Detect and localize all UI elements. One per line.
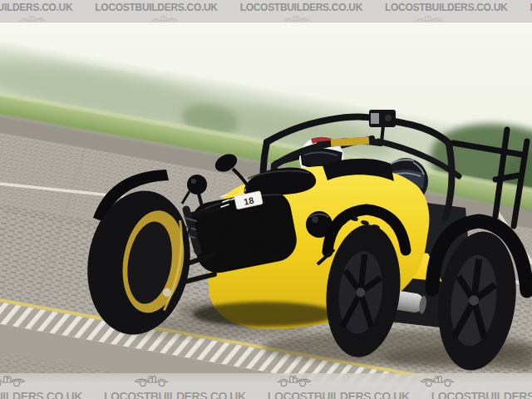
watermark-text: LOCOSTBUILDERS.CO.UK [240,2,362,12]
locost-car-icon [0,374,27,391]
photo-page: 18 [0,0,532,399]
watermark-icon-row [18,14,532,22]
watermark-banner-bottom: LOCOSTBUILDERS.CO.UK LOCOSTBUILDERS.CO.U… [0,373,532,399]
watermark-text: LOCOSTBUILDERS.CO.UK [385,2,507,12]
under-nose-shade [193,302,336,327]
watermark-text: LOCOSTBUILDERS.CO.UK [95,2,217,12]
watermark-text: LOCOSTBUILDERS.CO.UK [0,2,72,12]
watermark-text-row: LOCOSTBUILDERS.CO.UK LOCOSTBUILDERS.CO.U… [0,2,532,12]
watermark-text: LOCOSTBUILDERS.CO.UK [104,391,246,399]
watermark-text: LOCOSTBUILDERS.CO.UK [0,391,82,399]
locost-car-icon [150,14,179,22]
track-photo: 18 [0,0,532,399]
locost-car-icon [415,14,443,22]
watermark-text: LOCOSTBUILDERS.CO.UK [268,391,410,399]
locost-car-icon [276,374,313,391]
roll-cage-tape [331,140,369,143]
locost-car-icon [133,374,170,391]
watermark-banner-top: LOCOSTBUILDERS.CO.UK LOCOSTBUILDERS.CO.U… [0,0,532,22]
locost-car-icon [283,14,311,22]
watermark-text: LOCOSTBUILDERS.CO.UK [431,391,532,399]
locost-car-icon [419,374,456,391]
watermark-text-row: LOCOSTBUILDERS.CO.UK LOCOSTBUILDERS.CO.U… [0,391,532,399]
race-number: 18 [243,195,254,207]
watermark-icon-row [0,374,532,391]
locost-car-icon [18,14,47,22]
